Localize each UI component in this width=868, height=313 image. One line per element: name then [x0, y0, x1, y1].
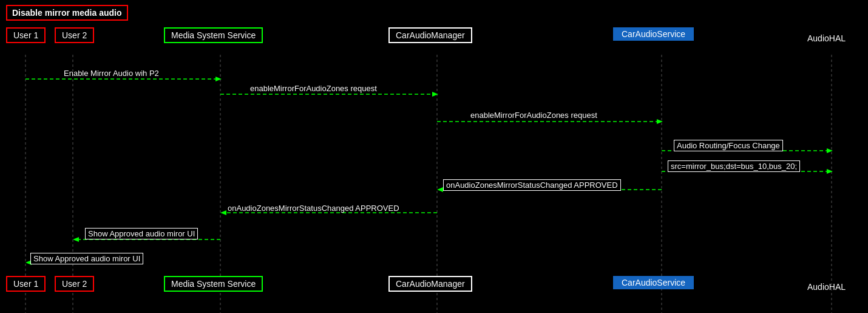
title-label: Disable mirror media audio: [12, 8, 122, 18]
msg7-text: onAudioZonesMirrorStatusChanged APPROVED: [228, 204, 399, 213]
msg2-text: enableMirrorForAudioZones request: [250, 84, 377, 93]
actor-user2-bot: User 2: [55, 276, 94, 292]
actor-user1-bot: User 1: [6, 276, 46, 292]
msg3-text: enableMirrorForAudioZones request: [470, 111, 597, 120]
arrows-svg: [0, 0, 868, 313]
svg-marker-21: [73, 237, 79, 242]
cam-top-label: CarAudioManager: [396, 30, 465, 40]
cam-bot-label: CarAudioManager: [396, 279, 465, 289]
actor-cam-bot: CarAudioManager: [388, 276, 472, 292]
user1-top-label: User 1: [13, 30, 38, 40]
actor-cas-bot: CarAudioService: [613, 276, 694, 289]
msg1-text: Enable Mirror Audio wih P2: [64, 69, 159, 78]
msg6-text: onAudioZonesMirrorStatusChanged APPROVED: [446, 181, 618, 190]
svg-marker-7: [215, 77, 222, 81]
user1-bot-label: User 1: [13, 279, 38, 289]
hal-bot-label: AudioHAL: [807, 282, 846, 292]
msg-label-m9: Show Approved audio miror UI: [30, 253, 143, 264]
svg-marker-17: [437, 187, 443, 192]
msg-label-m4: Audio Routing/Focus Change: [674, 140, 783, 151]
user2-bot-label: User 2: [62, 279, 87, 289]
svg-marker-13: [827, 148, 833, 153]
msg-label-m3: enableMirrorForAudioZones request: [470, 111, 597, 120]
msg9-text: Show Approved audio miror UI: [33, 254, 140, 263]
actor-cas-top: CarAudioService: [613, 27, 694, 41]
cas-bot-label: CarAudioService: [622, 278, 685, 287]
msg-label-m2: enableMirrorForAudioZones request: [250, 84, 377, 93]
svg-marker-19: [220, 210, 226, 215]
actor-mss-bot: Media System Service: [164, 276, 263, 292]
msg-label-m8: Show Approved audio miror UI: [85, 228, 198, 239]
actor-cam-top: CarAudioManager: [388, 27, 472, 43]
actor-hal-top: AudioHAL: [807, 33, 846, 43]
actor-user1-top: User 1: [6, 27, 46, 43]
msg5-text: src=mirror_bus;dst=bus_10,bus_20;: [671, 162, 797, 171]
diagram: Disable mirror media audio: [0, 0, 868, 313]
msg-label-m6: onAudioZonesMirrorStatusChanged APPROVED: [443, 179, 621, 191]
hal-top-label: AudioHAL: [807, 33, 846, 43]
mss-bot-label: Media System Service: [171, 279, 256, 289]
title-box: Disable mirror media audio: [6, 5, 128, 21]
actor-mss-top: Media System Service: [164, 27, 263, 43]
actor-user2-top: User 2: [55, 27, 94, 43]
mss-top-label: Media System Service: [171, 30, 256, 40]
svg-marker-15: [827, 169, 833, 174]
user2-top-label: User 2: [62, 30, 87, 40]
cas-top-label: CarAudioService: [622, 29, 685, 39]
msg8-text: Show Approved audio miror UI: [88, 229, 195, 238]
msg-label-m7: onAudioZonesMirrorStatusChanged APPROVED: [228, 204, 399, 213]
msg-label-m5: src=mirror_bus;dst=bus_10,bus_20;: [668, 160, 800, 172]
actor-hal-bot: AudioHAL: [807, 282, 846, 292]
msg-label-m1: Enable Mirror Audio wih P2: [64, 69, 159, 78]
svg-marker-9: [432, 92, 438, 97]
svg-marker-11: [657, 119, 663, 124]
msg4-text: Audio Routing/Focus Change: [677, 141, 780, 150]
